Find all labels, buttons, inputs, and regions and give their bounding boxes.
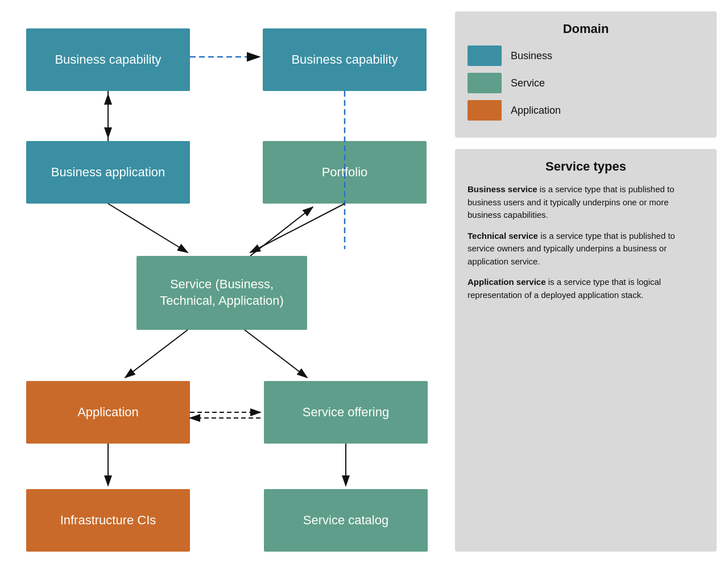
node-application: Application bbox=[26, 381, 190, 444]
legend-label: Application bbox=[511, 105, 561, 117]
legend-title: Domain bbox=[468, 22, 704, 36]
legend-box: Domain Business Service Application bbox=[455, 11, 717, 138]
right-panel: Domain Business Service Application Serv… bbox=[455, 11, 717, 552]
service-types-title: Service types bbox=[468, 159, 704, 174]
svg-line-7 bbox=[125, 330, 188, 378]
svg-line-14 bbox=[250, 207, 313, 256]
legend-item: Business bbox=[468, 45, 704, 66]
service-type-entry: Application service is a service type th… bbox=[468, 276, 704, 301]
legend-label: Business bbox=[511, 50, 552, 62]
node-service-catalog: Service catalog bbox=[264, 489, 428, 552]
service-type-title: Application service bbox=[468, 277, 546, 287]
service-type-entry: Business service is a service type that … bbox=[468, 183, 704, 222]
node-service: Service (Business, Technical, Applicatio… bbox=[136, 256, 307, 330]
service-type-title: Technical service bbox=[468, 231, 538, 241]
node-bc2: Business capability bbox=[263, 28, 427, 91]
svg-line-5 bbox=[250, 204, 345, 252]
legend-item: Application bbox=[468, 100, 704, 121]
legend-swatch bbox=[468, 45, 502, 66]
service-type-entry: Technical service is a service type that… bbox=[468, 230, 704, 268]
service-type-title: Business service bbox=[468, 184, 537, 194]
legend-label: Service bbox=[511, 77, 545, 89]
diagram-area: Business capabilityBusiness capabilityBu… bbox=[11, 11, 444, 552]
node-portfolio: Portfolio bbox=[263, 141, 427, 204]
node-ba: Business application bbox=[26, 141, 190, 204]
service-types-box: Service types Business service is a serv… bbox=[455, 149, 717, 552]
svg-line-8 bbox=[245, 330, 307, 378]
node-bc1: Business capability bbox=[26, 28, 190, 91]
node-service-offering: Service offering bbox=[264, 381, 428, 444]
legend-swatch bbox=[468, 73, 502, 93]
node-infra-ci: Infrastructure CIs bbox=[26, 489, 190, 552]
legend-item: Service bbox=[468, 73, 704, 93]
svg-line-6 bbox=[108, 204, 188, 252]
legend-swatch bbox=[468, 100, 502, 121]
